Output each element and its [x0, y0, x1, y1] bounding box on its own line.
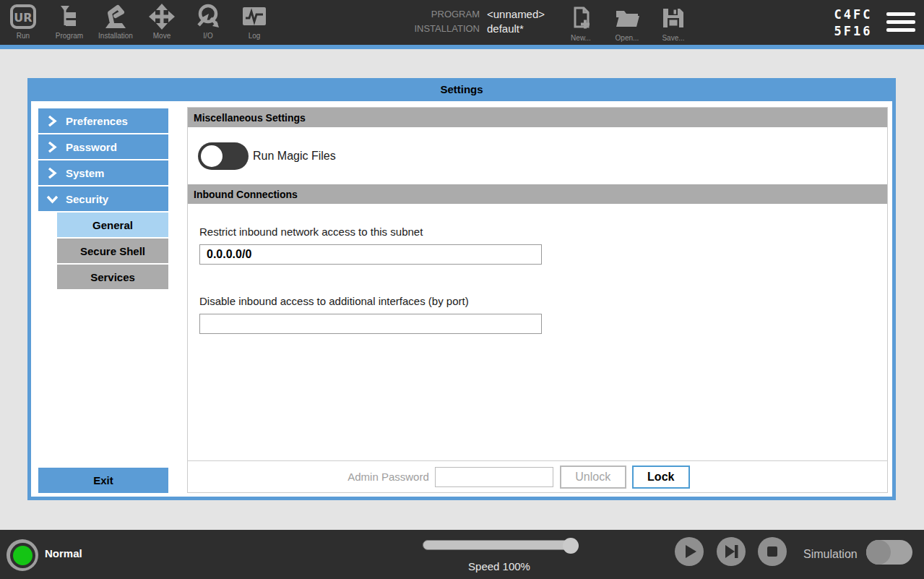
lock-button-label: Lock — [647, 471, 674, 484]
chevron-right-icon — [46, 167, 58, 179]
new-file-icon — [567, 4, 595, 33]
sidebar-item-preferences[interactable]: Preferences — [38, 108, 168, 133]
checksum-line-1: C4FC — [824, 7, 883, 23]
dialog-title: Settings — [27, 78, 896, 101]
run-magic-files-label: Run Magic Files — [253, 150, 336, 163]
step-forward-icon — [717, 537, 746, 566]
nav-tab-program[interactable]: Program — [46, 3, 92, 43]
admin-password-label: Admin Password — [347, 471, 429, 483]
inbound-connections-header: Inbound Connections — [188, 184, 887, 204]
status-bar: Normal Speed 100% Simulation — [0, 530, 924, 579]
speed-label: Speed 100% — [423, 560, 576, 572]
program-tree-icon — [56, 3, 83, 30]
hamburger-menu-icon[interactable] — [886, 12, 915, 34]
nav-tab-label: Program — [56, 32, 83, 40]
nav-tab-move[interactable]: Move — [139, 3, 185, 43]
stop-button[interactable] — [758, 537, 787, 566]
sidebar-item-password[interactable]: Password — [38, 134, 168, 159]
sidebar-item-label: Preferences — [66, 115, 128, 127]
lock-button[interactable]: Lock — [632, 466, 690, 489]
installation-name: default* — [487, 22, 545, 36]
speed-slider-track[interactable] — [423, 540, 576, 550]
file-action-label: New... — [571, 34, 591, 42]
open-folder-icon — [613, 4, 641, 33]
top-bar: UR Run Program Installation — [0, 0, 924, 49]
simulation-toggle[interactable] — [866, 540, 912, 565]
ports-input[interactable] — [199, 314, 542, 334]
log-monitor-icon — [241, 3, 268, 30]
toggle-knob — [866, 540, 891, 565]
open-button[interactable]: Open... — [604, 4, 650, 42]
step-button[interactable] — [717, 537, 746, 566]
stop-icon — [758, 537, 787, 566]
admin-password-input[interactable] — [435, 467, 553, 487]
toggle-knob — [199, 144, 224, 168]
green-status-icon — [13, 546, 33, 565]
nav-tab-log[interactable]: Log — [231, 3, 277, 43]
nav-tab-label: Log — [249, 32, 261, 40]
checksum-line-2: 5F16 — [824, 23, 883, 40]
sidebar-subitem-services[interactable]: Services — [57, 265, 168, 289]
play-icon — [675, 537, 704, 566]
new-button[interactable]: New... — [558, 4, 604, 42]
sidebar-subitem-label: General — [92, 219, 133, 231]
sidebar-item-system[interactable]: System — [38, 160, 168, 185]
nav-tab-io[interactable]: I/O — [185, 3, 231, 43]
run-magic-files-row: Run Magic Files — [188, 127, 887, 184]
nav-tab-label: Move — [153, 32, 170, 40]
sidebar-subitem-secure-shell[interactable]: Secure Shell — [57, 239, 168, 263]
installation-label: INSTALLATION — [405, 22, 480, 36]
move-arrows-icon — [148, 3, 176, 30]
play-button[interactable] — [675, 537, 704, 566]
settings-content-panel: Miscellaneous Settings Run Magic Files I… — [187, 107, 888, 493]
nav-tab-installation[interactable]: Installation — [92, 3, 139, 43]
program-label: PROGRAM — [405, 7, 480, 22]
ur-logo-icon: UR — [9, 3, 37, 30]
file-action-label: Open... — [616, 34, 639, 42]
sidebar-item-label: System — [66, 167, 104, 179]
sidebar-subitem-general[interactable]: General — [57, 213, 168, 237]
unlock-button[interactable]: Unlock — [560, 466, 626, 489]
sidebar-subitem-label: Services — [90, 271, 135, 283]
nav-tab-run[interactable]: UR Run — [0, 3, 46, 43]
dialog-body: Preferences Password System Security Gen… — [31, 101, 892, 497]
program-installation-info: PROGRAM INSTALLATION <unnamed> default* — [405, 7, 545, 36]
robot-status-light[interactable] — [7, 539, 38, 571]
settings-sidebar: Preferences Password System Security Gen… — [38, 107, 187, 493]
chevron-down-icon — [46, 193, 58, 205]
simulation-label: Simulation — [803, 548, 858, 561]
settings-dialog: Settings Preferences Password System Sec… — [27, 78, 896, 500]
exit-button[interactable]: Exit — [38, 468, 168, 493]
sidebar-item-label: Password — [66, 141, 117, 153]
file-actions: New... Open... Save... — [558, 4, 696, 42]
subnet-input[interactable] — [199, 244, 542, 265]
svg-text:UR: UR — [14, 11, 32, 25]
nav-tab-label: Run — [17, 32, 30, 40]
chevron-right-icon — [46, 115, 58, 127]
io-arrows-icon — [194, 3, 222, 30]
safety-checksum: C4FC 5F16 — [824, 7, 883, 40]
nav-tab-label: Installation — [98, 32, 133, 40]
sidebar-item-label: Security — [66, 193, 108, 205]
ports-field-label: Disable inbound access to additional int… — [199, 295, 876, 307]
run-magic-files-toggle[interactable] — [198, 142, 249, 170]
miscellaneous-settings-header: Miscellaneous Settings — [188, 108, 887, 127]
chevron-right-icon — [46, 141, 58, 153]
inbound-connections-form: Restrict inbound network access to this … — [188, 204, 887, 334]
speed-slider-handle[interactable] — [563, 538, 579, 554]
subnet-field-label: Restrict inbound network access to this … — [199, 226, 876, 238]
unlock-button-label: Unlock — [575, 471, 610, 484]
file-action-label: Save... — [662, 34, 684, 42]
nav-tab-label: I/O — [203, 32, 212, 40]
exit-button-label: Exit — [93, 474, 113, 486]
sidebar-subitem-label: Secure Shell — [80, 245, 145, 257]
sidebar-item-security[interactable]: Security — [38, 186, 168, 211]
main-navigation: UR Run Program Installation — [0, 3, 277, 43]
robot-status-label: Normal — [45, 547, 82, 559]
robot-arm-icon — [102, 3, 129, 30]
save-floppy-icon — [660, 4, 687, 33]
admin-password-bar: Admin Password Unlock Lock — [188, 460, 887, 492]
save-button[interactable]: Save... — [650, 4, 696, 42]
program-name: <unnamed> — [487, 7, 545, 22]
